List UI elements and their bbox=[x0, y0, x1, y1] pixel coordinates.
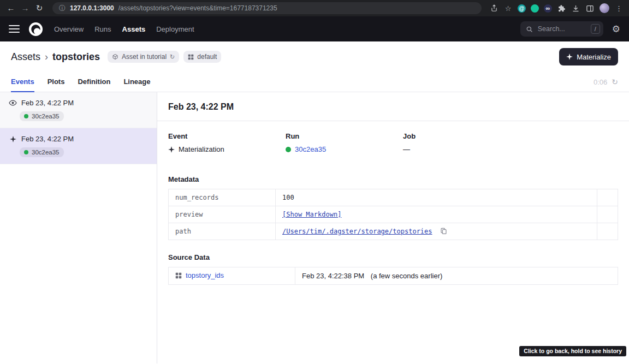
url-path: /assets/topstories?view=events&time=1677… bbox=[118, 4, 277, 12]
browser-actions: ☆ @ ∞ ⋮ bbox=[489, 3, 624, 13]
extension-at-icon[interactable]: @ bbox=[518, 4, 526, 13]
browser-chrome: ← → ↻ ⓘ 127.0.0.1:3000/assets/topstories… bbox=[0, 0, 629, 16]
materialize-button[interactable]: Materialize bbox=[559, 48, 618, 65]
tab-plots[interactable]: Plots bbox=[48, 72, 65, 92]
table-grid-icon bbox=[175, 272, 182, 279]
events-view: Feb 23, 4:22 PM 30c2ea35 Feb 23, 4:22 PM… bbox=[0, 92, 629, 363]
extensions-puzzle-icon[interactable] bbox=[557, 4, 566, 13]
breadcrumb-assets-link[interactable]: Assets bbox=[11, 51, 40, 63]
event-detail-panel: Feb 23, 4:22 PM Event Materialization Ru… bbox=[157, 92, 629, 363]
source-data-section: Source Data topstory_ids Feb 23, 4:22:38… bbox=[157, 240, 629, 285]
observation-eye-icon bbox=[9, 99, 17, 107]
job-empty-value: — bbox=[403, 145, 410, 153]
nav-item-deployment[interactable]: Deployment bbox=[156, 25, 194, 33]
upstream-asset-name: topstory_ids bbox=[186, 271, 224, 279]
repo-badge-label: Asset in tutorial bbox=[122, 53, 167, 61]
run-id-link[interactable]: 30c2ea35 bbox=[295, 145, 326, 153]
tab-events[interactable]: Events bbox=[11, 72, 34, 92]
refresh-countdown: 0:06 bbox=[594, 78, 607, 86]
tab-definition[interactable]: Definition bbox=[78, 72, 110, 92]
table-row: topstory_ids Feb 23, 4:22:38 PM (a few s… bbox=[169, 267, 618, 285]
run-id-tag[interactable]: 30c2ea35 bbox=[20, 147, 64, 157]
source-data-table: topstory_ids Feb 23, 4:22:38 PM (a few s… bbox=[168, 267, 618, 285]
source-timestamp: Feb 23, 4:22:38 PM bbox=[302, 272, 364, 280]
metadata-value: 100 bbox=[276, 189, 597, 206]
search-input[interactable] bbox=[537, 25, 587, 33]
metadata-key: preview bbox=[169, 206, 276, 223]
metadata-section: Metadata num_records 100 preview [Show M… bbox=[157, 166, 629, 240]
show-markdown-link[interactable]: [Show Markdown] bbox=[282, 211, 341, 218]
nav-item-overview[interactable]: Overview bbox=[54, 25, 84, 33]
cube-icon bbox=[112, 53, 118, 60]
sparkle-icon bbox=[566, 53, 573, 60]
metadata-actions-cell bbox=[597, 189, 618, 206]
metadata-actions-cell bbox=[597, 223, 618, 240]
repo-badge[interactable]: Asset in tutorial ↻ bbox=[108, 51, 179, 63]
hamburger-menu-icon[interactable] bbox=[9, 25, 20, 33]
back-button-tooltip: Click to go back, hold to see history bbox=[519, 346, 626, 356]
breadcrumb-current-asset: topstories bbox=[52, 51, 100, 63]
search-box[interactable]: / bbox=[520, 21, 603, 37]
event-list-item-observation[interactable]: Feb 23, 4:22 PM 30c2ea35 bbox=[0, 92, 157, 128]
site-info-icon[interactable]: ⓘ bbox=[59, 4, 66, 13]
run-column-label: Run bbox=[286, 132, 403, 140]
extension-infinity-icon[interactable]: ∞ bbox=[544, 4, 552, 13]
upstream-asset-link[interactable]: topstory_ids bbox=[175, 271, 224, 279]
browser-back-icon[interactable]: ← bbox=[5, 0, 16, 16]
run-id-label: 30c2ea35 bbox=[32, 149, 60, 156]
event-column-label: Event bbox=[168, 132, 286, 140]
source-relative-note: (a few seconds earlier) bbox=[371, 272, 443, 280]
breadcrumb: Assets › topstories bbox=[11, 51, 100, 63]
app-navbar: Overview Runs Assets Deployment / ⚙ bbox=[0, 16, 629, 41]
url-host: 127.0.0.1:3000 bbox=[70, 4, 114, 12]
share-icon[interactable] bbox=[489, 4, 499, 13]
tab-lineage[interactable]: Lineage bbox=[123, 72, 150, 92]
browser-forward-icon[interactable]: → bbox=[20, 0, 31, 16]
run-status-dot bbox=[24, 114, 28, 118]
event-timestamp: Feb 23, 4:22 PM bbox=[21, 135, 74, 143]
run-status-dot bbox=[24, 150, 28, 154]
profile-avatar[interactable] bbox=[600, 3, 609, 13]
nav-links: Overview Runs Assets Deployment bbox=[54, 25, 194, 33]
downloads-icon[interactable] bbox=[571, 4, 580, 13]
asset-badges: Asset in tutorial ↻ default bbox=[108, 51, 221, 63]
address-bar[interactable]: ⓘ 127.0.0.1:3000/assets/topstories?view=… bbox=[52, 2, 482, 14]
breadcrumb-separator: › bbox=[45, 51, 48, 63]
metadata-key: path bbox=[169, 223, 276, 240]
metadata-actions-cell bbox=[597, 206, 618, 223]
event-type-value: Materialization bbox=[179, 145, 224, 153]
run-id-tag[interactable]: 30c2ea35 bbox=[20, 111, 64, 121]
nav-item-runs[interactable]: Runs bbox=[94, 25, 111, 33]
event-detail-title: Feb 23, 4:22 PM bbox=[157, 92, 629, 121]
source-data-heading: Source Data bbox=[168, 253, 618, 261]
browser-menu-kebab-icon[interactable]: ⋮ bbox=[614, 4, 624, 13]
settings-gear-icon[interactable]: ⚙ bbox=[612, 23, 620, 35]
nav-item-assets[interactable]: Assets bbox=[122, 25, 146, 33]
table-row: preview [Show Markdown] bbox=[169, 206, 618, 223]
event-column: Event Materialization bbox=[168, 132, 286, 153]
refresh-icon[interactable]: ↻ bbox=[612, 77, 618, 86]
metadata-key: num_records bbox=[169, 189, 276, 206]
side-panel-icon[interactable] bbox=[585, 4, 595, 13]
table-row: num_records 100 bbox=[169, 189, 618, 206]
metadata-heading: Metadata bbox=[168, 175, 618, 183]
event-summary-row: Event Materialization Run 30c2ea35 Job bbox=[157, 121, 629, 166]
bookmark-star-icon[interactable]: ☆ bbox=[503, 4, 513, 13]
job-column-label: Job bbox=[403, 132, 520, 140]
search-icon bbox=[526, 26, 533, 33]
grid-icon bbox=[188, 54, 194, 60]
run-status-dot bbox=[286, 147, 291, 152]
event-list-item-materialization[interactable]: Feb 23, 4:22 PM 30c2ea35 bbox=[0, 128, 157, 164]
group-badge[interactable]: default bbox=[183, 51, 221, 63]
extension-green-icon[interactable] bbox=[531, 4, 539, 13]
path-link[interactable]: /Users/tim/.dagster/storage/topstories bbox=[282, 228, 432, 235]
event-list-sidebar: Feb 23, 4:22 PM 30c2ea35 Feb 23, 4:22 PM… bbox=[0, 92, 157, 363]
repo-reload-icon[interactable]: ↻ bbox=[170, 53, 175, 61]
asset-tabs: Events Plots Definition Lineage 0:06 ↻ bbox=[0, 72, 629, 92]
materialization-sparkle-icon bbox=[168, 146, 175, 153]
copy-path-icon[interactable] bbox=[440, 228, 447, 235]
dagster-logo[interactable] bbox=[28, 22, 43, 37]
asset-header: Assets › topstories Asset in tutorial ↻ … bbox=[0, 41, 629, 72]
browser-reload-icon[interactable]: ↻ bbox=[34, 0, 45, 16]
table-row: path /Users/tim/.dagster/storage/topstor… bbox=[169, 223, 618, 240]
